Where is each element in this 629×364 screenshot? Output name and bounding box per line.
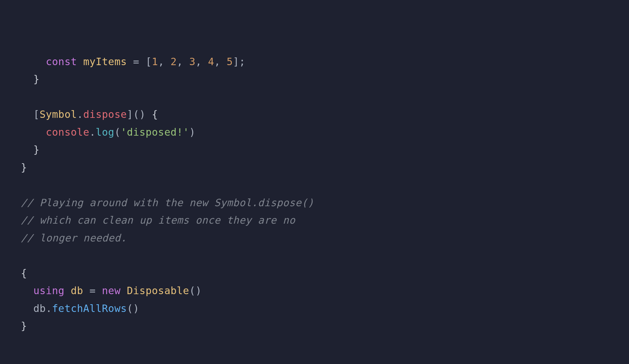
number-literal: 1 bbox=[152, 56, 158, 67]
keyword-const: const bbox=[46, 56, 77, 67]
brace-close: } bbox=[33, 73, 40, 85]
keyword-new: new bbox=[102, 285, 121, 297]
keyword-using: using bbox=[33, 285, 65, 297]
dot: . bbox=[89, 126, 96, 138]
paren-close: ) bbox=[189, 126, 196, 138]
paren-open: ( bbox=[114, 126, 121, 138]
number-literal: 4 bbox=[208, 56, 214, 67]
method-fetchAllRows: fetchAllRows bbox=[52, 303, 127, 314]
parens: () bbox=[133, 108, 145, 120]
variable-myItems: myItems bbox=[83, 56, 127, 67]
equals: = bbox=[127, 56, 146, 67]
indent bbox=[21, 285, 33, 297]
indent bbox=[21, 56, 46, 67]
code-line: { bbox=[21, 265, 629, 282]
number-literal: 2 bbox=[171, 56, 177, 67]
indent bbox=[21, 108, 33, 120]
object-console: console bbox=[46, 126, 89, 138]
comma: , bbox=[196, 56, 208, 67]
bracket-open: [ bbox=[145, 56, 152, 67]
brace-close: } bbox=[33, 144, 40, 155]
comma: , bbox=[177, 56, 189, 67]
comment-line: // longer needed. bbox=[21, 232, 127, 244]
code-line-empty bbox=[21, 176, 629, 194]
space bbox=[121, 285, 127, 297]
variable-db: db bbox=[71, 285, 83, 297]
string-literal: 'disposed!' bbox=[121, 126, 189, 138]
code-line: [Symbol.dispose]() { bbox=[21, 106, 629, 124]
comment-line: // which can clean up items once they ar… bbox=[21, 214, 295, 226]
equals: = bbox=[83, 285, 102, 297]
code-line-empty bbox=[21, 88, 629, 106]
brace-open: { bbox=[21, 267, 27, 279]
dot: . bbox=[46, 303, 52, 314]
method-log: log bbox=[96, 126, 115, 138]
comma: , bbox=[158, 56, 170, 67]
brace-close: } bbox=[21, 320, 27, 332]
comma: , bbox=[214, 56, 226, 67]
code-line: db.fetchAllRows() bbox=[21, 300, 629, 318]
number-literal: 3 bbox=[189, 56, 196, 67]
semicolon: ; bbox=[239, 56, 246, 67]
space bbox=[77, 56, 83, 67]
space bbox=[145, 108, 152, 120]
code-line: const myItems = [1, 2, 3, 4, 5]; bbox=[21, 53, 629, 71]
code-line: console.log('disposed!') bbox=[21, 124, 629, 141]
bracket-close: ] bbox=[233, 56, 239, 67]
number-literal: 5 bbox=[227, 56, 233, 67]
bracket-close: ] bbox=[127, 108, 133, 120]
code-line: using db = new Disposable() bbox=[21, 282, 629, 300]
code-editor[interactable]: const myItems = [1, 2, 3, 4, 5]; } [Symb… bbox=[21, 53, 629, 335]
space bbox=[65, 285, 71, 297]
class-symbol: Symbol bbox=[40, 108, 77, 120]
property-dispose: dispose bbox=[83, 108, 127, 120]
code-line-empty bbox=[21, 247, 629, 265]
code-line: // Playing around with the new Symbol.di… bbox=[21, 194, 629, 212]
code-line: } bbox=[21, 317, 629, 335]
code-line: // longer needed. bbox=[21, 229, 629, 247]
dot: . bbox=[77, 108, 83, 120]
bracket-open: [ bbox=[33, 108, 40, 120]
comment-line: // Playing around with the new Symbol.di… bbox=[21, 197, 314, 209]
code-line: } bbox=[21, 159, 629, 177]
code-line: } bbox=[21, 71, 629, 88]
variable-db: db bbox=[33, 303, 46, 314]
parens: () bbox=[189, 285, 202, 297]
code-line: // which can clean up items once they ar… bbox=[21, 212, 629, 229]
indent bbox=[21, 126, 46, 138]
parens: () bbox=[127, 303, 139, 314]
indent bbox=[21, 73, 33, 85]
indent bbox=[21, 303, 33, 314]
brace-close: } bbox=[21, 162, 27, 173]
indent bbox=[21, 144, 33, 155]
class-disposable: Disposable bbox=[127, 285, 190, 297]
brace-open: { bbox=[152, 108, 158, 120]
code-line: } bbox=[21, 141, 629, 159]
